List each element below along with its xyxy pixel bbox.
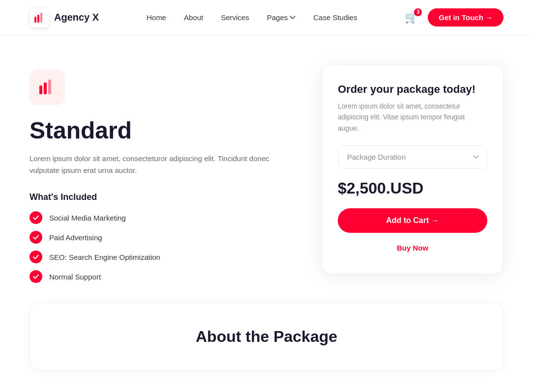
check-icon-1 [30,231,42,244]
cart-badge: 3 [414,8,422,16]
logo-icon [30,8,49,28]
svg-rect-2 [40,13,42,23]
nav-services[interactable]: Services [221,13,249,22]
package-logo-icon [30,70,65,105]
package-description: Lorem ipsum dolor sit amet, consecteturo… [30,153,295,176]
about-card: About the Package [30,303,503,371]
check-icon-2 [30,251,42,263]
nav-right: 🛒 3 Get in Touch → [405,8,503,27]
svg-rect-1 [37,15,39,23]
nav-pages-dropdown[interactable]: Pages [267,13,296,22]
brand-name: Agency X [54,12,99,23]
nav-case-studies[interactable]: Case Studies [313,13,357,22]
order-card: Order your package today! Lorem ipsum do… [322,65,503,274]
package-price: $2,500.USD [338,179,487,197]
nav-about[interactable]: About [184,13,203,22]
feature-item-1: Paid Advertising [30,231,295,244]
feature-item-3: Normal Support [30,270,295,283]
package-title: Standard [30,117,295,144]
left-column: Standard Lorem ipsum dolor sit amet, con… [30,65,295,283]
add-to-cart-button[interactable]: Add to Cart → [338,208,487,233]
svg-rect-5 [48,80,51,94]
check-icon-0 [30,211,42,224]
included-heading: What's Included [30,192,295,202]
svg-rect-4 [44,83,47,94]
logo-link[interactable]: Agency X [30,8,99,28]
svg-rect-0 [34,17,36,23]
nav-home[interactable]: Home [147,13,166,22]
buy-now-button[interactable]: Buy Now [338,240,487,256]
order-title: Order your package today! [338,83,487,96]
chevron-down-icon [290,16,296,20]
check-icon-3 [30,270,42,283]
about-title: About the Package [59,328,474,346]
package-duration-select[interactable]: Package Duration Monthly Quarterly Annua… [338,145,487,168]
get-in-touch-button[interactable]: Get in Touch → [428,8,503,27]
navbar: Agency X Home About Services Pages Case … [0,0,533,35]
main-section: Standard Lorem ipsum dolor sit amet, con… [0,35,533,303]
nav-links: Home About Services Pages Case Studies [147,13,357,22]
bottom-section: About the Package [0,303,533,392]
feature-item-2: SEO: Search Engine Optimization [30,251,295,263]
right-column: Order your package today! Lorem ipsum do… [322,65,503,274]
cart-button[interactable]: 🛒 3 [405,11,418,24]
feature-list: Social Media Marketing Paid Advertising … [30,211,295,283]
svg-rect-3 [39,85,42,94]
order-description: Lorem ipsum dolor sit amet, consectetur … [338,101,487,134]
feature-item-0: Social Media Marketing [30,211,295,224]
